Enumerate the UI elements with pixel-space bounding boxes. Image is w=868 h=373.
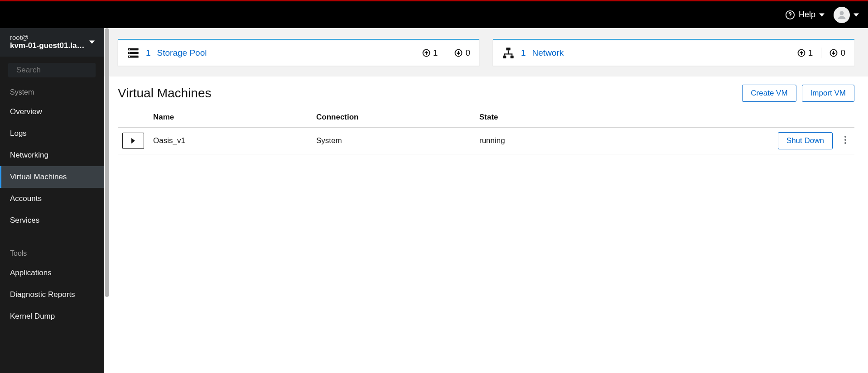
help-label: Help bbox=[799, 10, 815, 19]
sidebar-item-services[interactable]: Services bbox=[0, 210, 104, 231]
help-menu[interactable]: Help bbox=[785, 10, 825, 20]
caret-down-icon bbox=[89, 39, 95, 45]
nav-section-tools: Tools bbox=[0, 243, 104, 262]
host-name: kvm-01-guest01.lab.e... bbox=[10, 41, 87, 50]
nav-section-system: System bbox=[0, 82, 104, 101]
col-state: State bbox=[475, 108, 764, 128]
sidebar-item-overview[interactable]: Overview bbox=[0, 101, 104, 123]
vm-state: running bbox=[475, 128, 764, 154]
table-row: Oasis_v1 System running Shut Down bbox=[118, 128, 854, 154]
search-box[interactable] bbox=[8, 63, 96, 77]
shutdown-button[interactable]: Shut Down bbox=[778, 132, 833, 149]
vm-name[interactable]: Oasis_v1 bbox=[149, 128, 312, 154]
expand-row-button[interactable] bbox=[122, 133, 144, 149]
import-vm-button[interactable]: Import VM bbox=[802, 85, 854, 102]
page-title: Virtual Machines bbox=[118, 86, 211, 100]
row-actions-menu[interactable] bbox=[841, 134, 850, 148]
storage-down: 0 bbox=[454, 48, 470, 58]
svg-point-1 bbox=[790, 16, 790, 17]
storage-count: 1 bbox=[146, 48, 151, 58]
sidebar-item-applications[interactable]: Applications bbox=[0, 262, 104, 284]
vm-connection: System bbox=[312, 128, 475, 154]
kebab-icon bbox=[844, 136, 846, 144]
network-down: 0 bbox=[829, 48, 845, 58]
user-menu[interactable] bbox=[834, 7, 859, 23]
sidebar-item-logs[interactable]: Logs bbox=[0, 123, 104, 144]
network-label: Network bbox=[532, 48, 564, 58]
arrow-up-circle-icon bbox=[797, 49, 805, 57]
sidebar-item-kdump[interactable]: Kernel Dump bbox=[0, 306, 104, 327]
chevron-right-icon bbox=[130, 138, 136, 143]
host-user: root@ bbox=[10, 33, 87, 41]
caret-down-icon bbox=[854, 12, 859, 18]
svg-point-6 bbox=[129, 49, 130, 50]
caret-down-icon bbox=[819, 12, 825, 18]
svg-rect-11 bbox=[506, 48, 510, 50]
sidebar: root@ kvm-01-guest01.lab.e... System Ove… bbox=[0, 28, 104, 373]
network-count: 1 bbox=[521, 48, 526, 58]
col-name: Name bbox=[149, 108, 312, 128]
storage-pool-card[interactable]: 1 Storage Pool 1 0 bbox=[118, 39, 479, 66]
svg-rect-12 bbox=[503, 56, 506, 58]
main-content: 1 Storage Pool 1 0 bbox=[104, 28, 868, 373]
storage-icon bbox=[127, 47, 140, 59]
svg-point-17 bbox=[844, 139, 846, 141]
search-input[interactable] bbox=[16, 66, 104, 75]
sidebar-scrollbar[interactable] bbox=[104, 28, 110, 373]
network-card[interactable]: 1 Network 1 0 bbox=[493, 39, 854, 66]
arrow-down-circle-icon bbox=[454, 49, 463, 57]
svg-point-16 bbox=[844, 136, 846, 138]
svg-point-8 bbox=[129, 56, 130, 57]
sidebar-item-accounts[interactable]: Accounts bbox=[0, 188, 104, 210]
help-icon bbox=[785, 10, 795, 20]
sidebar-item-diagnostic[interactable]: Diagnostic Reports bbox=[0, 284, 104, 306]
svg-point-18 bbox=[844, 142, 846, 144]
create-vm-button[interactable]: Create VM bbox=[742, 85, 796, 102]
user-icon bbox=[836, 10, 847, 20]
svg-point-7 bbox=[129, 53, 130, 53]
sidebar-item-networking[interactable]: Networking bbox=[0, 144, 104, 166]
svg-rect-13 bbox=[511, 56, 514, 58]
storage-up: 1 bbox=[422, 48, 438, 58]
network-icon bbox=[502, 47, 515, 59]
storage-label: Storage Pool bbox=[157, 48, 207, 58]
arrow-up-circle-icon bbox=[422, 49, 430, 57]
sidebar-item-virtual-machines[interactable]: Virtual Machines bbox=[0, 166, 104, 188]
col-connection: Connection bbox=[312, 108, 475, 128]
host-selector[interactable]: root@ kvm-01-guest01.lab.e... bbox=[0, 28, 104, 57]
vm-table: Name Connection State Oasis_v1 bbox=[118, 108, 854, 154]
svg-point-2 bbox=[840, 11, 844, 15]
arrow-down-circle-icon bbox=[829, 49, 838, 57]
network-up: 1 bbox=[797, 48, 813, 58]
avatar bbox=[834, 7, 850, 23]
